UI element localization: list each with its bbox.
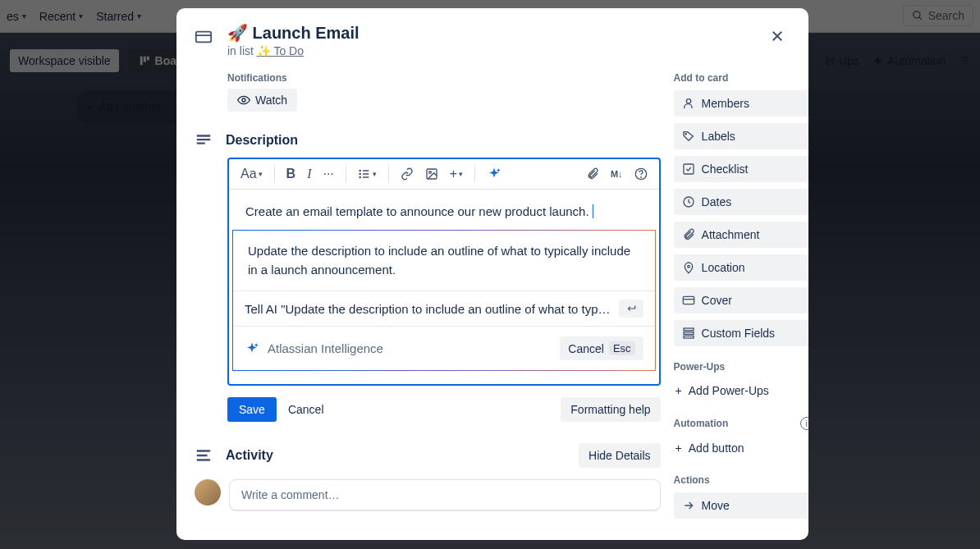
add-powerups-button[interactable]: +Add Power-Ups: [674, 379, 808, 402]
svg-point-27: [685, 134, 686, 135]
watch-button[interactable]: Watch: [227, 89, 297, 112]
ai-button[interactable]: [487, 167, 501, 181]
hide-details-button[interactable]: Hide Details: [579, 443, 660, 468]
paperclip-icon: [682, 228, 695, 241]
svg-rect-28: [684, 164, 694, 174]
svg-rect-5: [196, 32, 211, 43]
plus-icon: +: [675, 384, 682, 397]
bold-button[interactable]: B: [286, 167, 296, 181]
list-link[interactable]: ✨ To Do: [257, 44, 304, 57]
checklist-button[interactable]: Checklist: [674, 156, 808, 182]
ai-suggestion-text: Update the description to include an out…: [233, 231, 655, 291]
members-button[interactable]: Members: [674, 90, 808, 117]
svg-rect-34: [684, 332, 694, 335]
cancel-button[interactable]: Cancel: [288, 403, 324, 416]
save-button[interactable]: Save: [227, 397, 277, 422]
card-title[interactable]: 🚀 Launch Email: [227, 23, 751, 43]
svg-point-22: [640, 177, 641, 178]
attachment-button[interactable]: [586, 167, 599, 181]
fields-icon: [682, 327, 695, 340]
automation-label: Automation: [674, 418, 729, 429]
insert-button[interactable]: +▾: [450, 167, 463, 181]
tag-icon: [682, 130, 695, 143]
add-button-button[interactable]: +Add button: [674, 437, 808, 460]
card-list-location: in list ✨ To Do: [227, 44, 751, 57]
comment-input[interactable]: Write a comment…: [229, 479, 661, 510]
eye-icon: [237, 94, 250, 107]
more-formatting-button[interactable]: ···: [323, 167, 333, 181]
move-button[interactable]: Move: [674, 492, 808, 519]
custom-fields-button[interactable]: Custom Fields: [674, 320, 808, 346]
powerups-label: Power-Ups: [674, 361, 808, 373]
svg-point-9: [242, 98, 245, 102]
ai-panel: Update the description to include an out…: [232, 230, 656, 371]
svg-point-15: [359, 176, 360, 177]
activity-heading: Activity: [226, 448, 273, 463]
check-icon: [682, 162, 695, 176]
ai-prompt-text: Tell AI "Update the description to inclu…: [245, 302, 611, 316]
activity-icon: [195, 446, 214, 464]
svg-point-26: [686, 99, 690, 103]
description-icon: [195, 131, 214, 149]
italic-button[interactable]: I: [307, 167, 311, 181]
description-editor[interactable]: Aa▾ B I ··· ▾ +▾ M↓: [227, 158, 661, 386]
markdown-button[interactable]: M↓: [611, 169, 623, 179]
notifications-label: Notifications: [227, 72, 661, 84]
avatar[interactable]: [195, 479, 221, 506]
editor-toolbar: Aa▾ B I ··· ▾ +▾ M↓: [229, 159, 659, 190]
svg-point-13: [359, 170, 360, 171]
svg-point-14: [359, 173, 360, 174]
actions-label: Actions: [674, 474, 808, 486]
help-button[interactable]: [634, 167, 648, 181]
labels-button[interactable]: Labels: [674, 123, 808, 149]
list-button[interactable]: ▾: [358, 167, 377, 181]
arrow-icon: [682, 499, 695, 512]
location-button[interactable]: Location: [674, 254, 808, 281]
svg-point-30: [687, 265, 689, 268]
cover-icon: [682, 294, 695, 307]
plus-icon: +: [675, 441, 682, 455]
ai-prompt-row[interactable]: Tell AI "Update the description to inclu…: [233, 291, 655, 326]
svg-rect-31: [683, 296, 694, 304]
info-icon[interactable]: i: [800, 417, 808, 430]
attachment-side-button[interactable]: Attachment: [674, 222, 808, 248]
cover-button[interactable]: Cover: [674, 287, 808, 313]
card-icon: [195, 28, 214, 46]
text-style-button[interactable]: Aa▾: [240, 167, 263, 181]
user-icon: [682, 97, 695, 110]
ai-cancel-button[interactable]: Cancel Esc: [560, 336, 643, 360]
add-to-card-label: Add to card: [674, 72, 808, 84]
editor-content[interactable]: Create an email template to announce our…: [229, 190, 659, 225]
dates-button[interactable]: Dates: [674, 189, 808, 215]
card-modal: 🚀 Launch Email in list ✨ To Do Notificat…: [176, 8, 808, 540]
ai-spark-icon: [245, 341, 259, 356]
image-button[interactable]: [425, 167, 438, 181]
link-button[interactable]: [401, 167, 414, 181]
esc-key: Esc: [609, 341, 635, 355]
svg-rect-33: [684, 328, 694, 331]
description-heading: Description: [226, 133, 298, 148]
formatting-help-button[interactable]: Formatting help: [561, 397, 660, 422]
svg-rect-35: [684, 336, 694, 338]
pin-icon: [682, 261, 695, 274]
clock-icon: [682, 195, 695, 208]
close-icon: [770, 29, 785, 43]
enter-key-icon[interactable]: [619, 300, 643, 318]
ai-brand-label: Atlassian Intelligence: [268, 341, 383, 355]
svg-point-20: [428, 172, 431, 174]
close-button[interactable]: [764, 23, 790, 49]
